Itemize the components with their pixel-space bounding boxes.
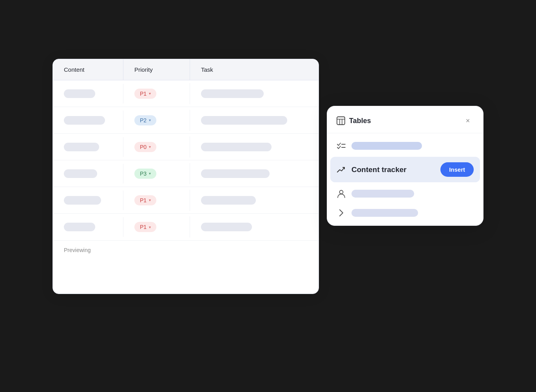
cell-content [53, 84, 123, 103]
chevron-down-icon: ▾ [149, 118, 151, 122]
trending-icon [337, 166, 346, 174]
content-pill [64, 89, 95, 98]
svg-point-6 [340, 191, 343, 194]
table-panel: Content Priority Task P1 ▾ [53, 59, 319, 294]
priority-badge-p1[interactable]: P1 ▾ [134, 195, 156, 205]
priority-badge-p0[interactable]: P0 ▾ [134, 142, 156, 152]
priority-badge-p2[interactable]: P2 ▾ [134, 115, 156, 125]
svg-rect-0 [337, 117, 345, 125]
column-content: Content [53, 59, 123, 80]
content-pill [64, 116, 105, 125]
cell-task [190, 137, 319, 157]
table-body: P1 ▾ P2 ▾ [53, 80, 319, 240]
insert-button[interactable]: Insert [440, 162, 474, 177]
tables-popup: Tables × [327, 106, 483, 226]
popup-title-group: Tables [337, 116, 371, 125]
content-tracker-label: Content tracker [351, 165, 435, 174]
table-row: P1 ▾ [53, 187, 319, 214]
cell-priority[interactable]: P2 ▾ [123, 110, 190, 131]
cell-priority[interactable]: P1 ▾ [123, 216, 190, 238]
cell-task [190, 84, 319, 103]
cell-content [53, 137, 123, 157]
table-icon [337, 116, 345, 125]
person-icon [337, 189, 346, 198]
cell-priority[interactable]: P3 ▾ [123, 163, 190, 184]
item-label-pill [351, 209, 418, 217]
priority-badge-p3[interactable]: P3 ▾ [134, 169, 156, 179]
cell-content [53, 191, 123, 210]
content-pill [64, 223, 95, 231]
priority-badge-p1[interactable]: P1 ▾ [134, 89, 156, 99]
task-pill [201, 169, 270, 178]
column-task: Task [190, 59, 319, 80]
task-pill [201, 116, 287, 125]
chevron-right-icon [337, 209, 346, 217]
table-header: Content Priority Task [53, 59, 319, 80]
table-row: P3 ▾ [53, 160, 319, 187]
chevron-down-icon: ▾ [149, 171, 151, 176]
item-label-pill [351, 190, 414, 198]
popup-item-chevron[interactable] [327, 203, 483, 222]
task-pill [201, 89, 264, 98]
task-pill [201, 196, 256, 205]
previewing-label: Previewing [64, 247, 91, 253]
cell-priority[interactable]: P1 ▾ [123, 83, 190, 104]
cell-priority[interactable]: P1 ▾ [123, 190, 190, 211]
cell-content [53, 111, 123, 130]
popup-title: Tables [349, 117, 371, 125]
table-footer: Previewing [53, 240, 319, 260]
cell-task [190, 111, 319, 130]
item-label-pill [351, 142, 422, 150]
table-row: P0 ▾ [53, 134, 319, 160]
task-pill [201, 143, 272, 151]
table-row: P1 ▾ [53, 80, 319, 107]
popup-item-content-tracker[interactable]: Content tracker Insert [330, 157, 480, 182]
popup-list: Content tracker Insert [327, 133, 483, 225]
cell-content [53, 217, 123, 237]
content-pill [64, 169, 97, 178]
cell-priority[interactable]: P0 ▾ [123, 136, 190, 158]
priority-badge-p1[interactable]: P1 ▾ [134, 222, 156, 232]
chevron-down-icon: ▾ [149, 198, 151, 202]
close-button[interactable]: × [462, 115, 474, 127]
chevron-down-icon: ▾ [149, 91, 151, 96]
popup-header: Tables × [327, 106, 483, 133]
cell-task [190, 191, 319, 210]
checklist-icon [337, 142, 346, 149]
chevron-down-icon: ▾ [149, 225, 151, 229]
content-pill [64, 196, 101, 205]
cell-task [190, 217, 319, 237]
table-row: P2 ▾ [53, 107, 319, 134]
table-row: P1 ▾ [53, 214, 319, 240]
cell-task [190, 164, 319, 183]
column-priority: Priority [123, 59, 190, 80]
popup-item-person[interactable] [327, 184, 483, 203]
popup-item-checklist[interactable] [327, 136, 483, 155]
chevron-down-icon: ▾ [149, 145, 151, 149]
cell-content [53, 164, 123, 183]
content-pill [64, 143, 99, 151]
task-pill [201, 223, 252, 231]
